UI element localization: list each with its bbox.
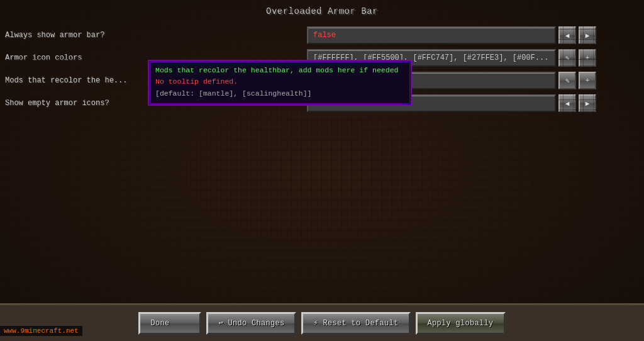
reset-to-default-button[interactable]: ⚡ Reset to Default: [301, 312, 410, 335]
watermark: www.9minecraft.net: [0, 326, 82, 336]
mods-recolor-edit-btn[interactable]: ✎: [558, 72, 576, 89]
tooltip-popup: Mods that recolor the healthbar, add mod…: [148, 60, 412, 106]
tooltip-line1: Mods that recolor the healthbar, add mod…: [155, 65, 404, 76]
done-button[interactable]: Done: [138, 312, 201, 335]
bottom-toolbar: Done ↩ Undo Changes ⚡ Reset to Default A…: [0, 303, 644, 341]
always-show-armor-bar-value-box[interactable]: false: [307, 26, 556, 44]
mods-recolor-extra-btn[interactable]: +: [579, 72, 596, 89]
tooltip-line3: [default: [mantle], [scalinghealth]]: [155, 88, 404, 99]
main-screen: Overloaded Armor Bar Always show armor b…: [0, 0, 644, 341]
apply-globally-button[interactable]: Apply globally: [416, 312, 506, 335]
watermark-text: www.9minecraft.net: [4, 327, 79, 335]
always-show-armor-bar-value: false: [313, 31, 336, 40]
tooltip-line2: No tooltip defined.: [155, 76, 404, 87]
always-show-armor-bar-value-container: false ◀ ▶: [307, 26, 596, 44]
undo-changes-button[interactable]: ↩ Undo Changes: [206, 312, 296, 335]
